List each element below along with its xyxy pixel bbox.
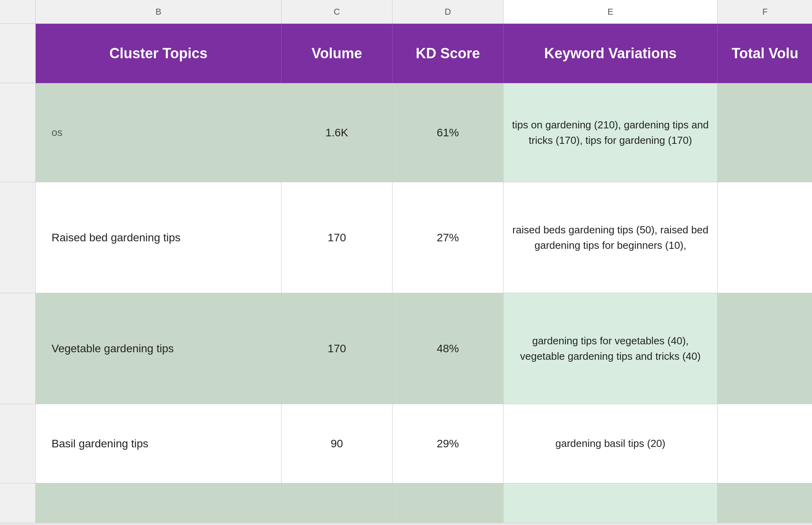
header-row-number (0, 24, 36, 83)
row-number (0, 83, 36, 182)
row-number (0, 182, 36, 293)
kd-cell (393, 483, 504, 523)
cluster-topic-cell: os (36, 83, 282, 182)
col-header-a (0, 0, 36, 23)
keyword-variations-cell: raised beds gardening tips (50), raised … (504, 182, 718, 293)
col-header-c: C (282, 0, 393, 23)
kd-cell: 29% (393, 404, 504, 483)
table-row (0, 483, 812, 523)
keyword-variations-cell (504, 483, 718, 523)
cluster-topic-cell (36, 483, 282, 523)
table-body: Cluster Topics Volume KD Score Keyword V… (0, 24, 812, 523)
table-row: Vegetable gardening tips 170 48% gardeni… (0, 293, 812, 404)
kd-score-header: KD Score (393, 24, 504, 83)
cluster-topic-cell: Basil gardening tips (36, 404, 282, 483)
cluster-topics-header: Cluster Topics (36, 24, 282, 83)
spreadsheet: B C D E F Cluster Topics Volume KD Score… (0, 0, 812, 525)
volume-cell (282, 483, 393, 523)
row-number (0, 293, 36, 404)
keyword-variations-header: Keyword Variations (504, 24, 718, 83)
cluster-topic-cell: Vegetable gardening tips (36, 293, 282, 404)
cluster-topic-cell: Raised bed gardening tips (36, 182, 282, 293)
keyword-variations-cell: tips on gardening (210), gardening tips … (504, 83, 718, 182)
table-header-row: Cluster Topics Volume KD Score Keyword V… (0, 24, 812, 83)
table-row: os 1.6K 61% tips on gardening (210), gar… (0, 83, 812, 182)
total-volume-header: Total Volu (718, 24, 812, 83)
table-row: Raised bed gardening tips 170 27% raised… (0, 182, 812, 293)
kd-cell: 27% (393, 182, 504, 293)
total-volume-cell (718, 293, 812, 404)
volume-header: Volume (282, 24, 393, 83)
total-volume-cell (718, 483, 812, 523)
col-header-d: D (393, 0, 504, 23)
column-headers: B C D E F (0, 0, 812, 24)
total-volume-cell (718, 83, 812, 182)
kd-cell: 48% (393, 293, 504, 404)
row-number (0, 483, 36, 523)
row-number (0, 404, 36, 483)
volume-cell: 1.6K (282, 83, 393, 182)
col-header-e: E (504, 0, 718, 23)
volume-cell: 170 (282, 293, 393, 404)
volume-cell: 170 (282, 182, 393, 293)
table-row: Basil gardening tips 90 29% gardening ba… (0, 404, 812, 483)
col-header-b: B (36, 0, 282, 23)
total-volume-cell (718, 182, 812, 293)
col-header-f: F (718, 0, 812, 23)
volume-cell: 90 (282, 404, 393, 483)
keyword-variations-cell: gardening tips for vegetables (40), vege… (504, 293, 718, 404)
total-volume-cell (718, 404, 812, 483)
kd-cell: 61% (393, 83, 504, 182)
keyword-variations-cell: gardening basil tips (20) (504, 404, 718, 483)
